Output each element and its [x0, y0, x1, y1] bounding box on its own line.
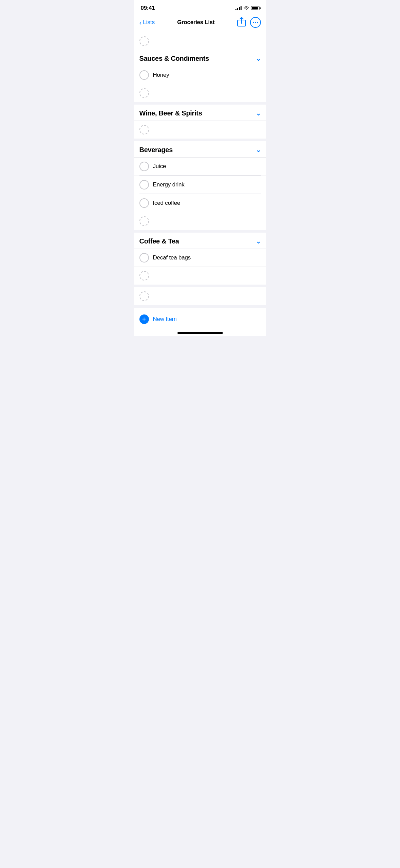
list-item: Honey: [134, 66, 266, 84]
iced-coffee-label: Iced coffee: [153, 200, 180, 206]
battery-icon: [251, 6, 260, 10]
sauces-header: Sauces & Condiments ⌄: [134, 50, 266, 66]
list-item: Decaf tea bags: [134, 249, 266, 267]
honey-checkbox[interactable]: [139, 70, 149, 80]
status-time: 09:41: [141, 5, 155, 12]
back-label: Lists: [143, 19, 155, 26]
beverages-header: Beverages ⌄: [134, 141, 266, 157]
list-item: Energy drink: [134, 176, 266, 194]
bottom-dashed-checkbox[interactable]: [139, 291, 149, 301]
coffee-tea-chevron-icon[interactable]: ⌄: [256, 238, 261, 245]
energy-drink-checkbox[interactable]: [139, 180, 149, 189]
iced-coffee-checkbox[interactable]: [139, 198, 149, 208]
home-indicator: [134, 329, 266, 336]
wine-chevron-icon[interactable]: ⌄: [256, 110, 261, 117]
wine-dashed-checkbox[interactable]: [139, 125, 149, 134]
sauces-chevron-icon[interactable]: ⌄: [256, 55, 261, 62]
wifi-icon: [244, 6, 249, 10]
sauces-empty-row: [134, 84, 266, 102]
beverages-empty-row: [134, 212, 266, 230]
beverages-title: Beverages: [139, 146, 173, 154]
back-chevron-icon: ‹: [139, 19, 142, 26]
energy-drink-label: Energy drink: [153, 181, 185, 188]
honey-label: Honey: [153, 72, 169, 78]
new-item-plus-icon: +: [139, 314, 149, 324]
decaf-tea-label: Decaf tea bags: [153, 254, 191, 261]
share-button[interactable]: [237, 17, 246, 28]
back-button[interactable]: ‹ Lists: [139, 19, 155, 26]
beverages-chevron-icon[interactable]: ⌄: [256, 146, 261, 154]
svg-point-1: [253, 22, 254, 23]
coffee-tea-section: Coffee & Tea ⌄ Decaf tea bags: [134, 233, 266, 285]
bottom-uncategorized-section: [134, 287, 266, 305]
more-button[interactable]: [250, 17, 261, 28]
coffee-tea-title: Coffee & Tea: [139, 237, 179, 245]
coffee-tea-header: Coffee & Tea ⌄: [134, 233, 266, 249]
nav-actions: [237, 17, 261, 28]
home-bar: [177, 332, 223, 334]
signal-icon: [235, 6, 242, 10]
status-icons: [235, 6, 260, 10]
list-item: Juice: [134, 157, 266, 175]
sauces-section: Sauces & Condiments ⌄ Honey: [134, 50, 266, 102]
uncategorized-top-checkbox[interactable]: [139, 36, 149, 46]
status-bar: 09:41: [134, 0, 266, 14]
coffee-tea-empty-row: [134, 267, 266, 285]
sauces-dashed-checkbox[interactable]: [139, 88, 149, 98]
juice-checkbox[interactable]: [139, 162, 149, 171]
uncategorized-top-section: [134, 32, 266, 50]
uncategorized-top-row: [134, 32, 266, 50]
bottom-uncategorized-row: [134, 287, 266, 305]
new-item-label: New Item: [153, 316, 177, 323]
juice-label: Juice: [153, 163, 166, 170]
nav-bar: ‹ Lists Groceries List: [134, 14, 266, 32]
wine-title: Wine, Beer & Spirits: [139, 109, 202, 117]
wine-section: Wine, Beer & Spirits ⌄: [134, 105, 266, 139]
footer-section: + New Item: [134, 308, 266, 329]
decaf-tea-checkbox[interactable]: [139, 253, 149, 263]
list-item: Iced coffee: [134, 194, 266, 212]
new-item-button[interactable]: + New Item: [139, 312, 177, 327]
wine-empty-row: [134, 121, 266, 139]
svg-point-3: [257, 22, 258, 23]
beverages-dashed-checkbox[interactable]: [139, 216, 149, 226]
page-title: Groceries List: [177, 19, 214, 26]
sauces-title: Sauces & Condiments: [139, 55, 209, 62]
content: Sauces & Condiments ⌄ Honey Wine, Beer &…: [134, 32, 266, 336]
wine-header: Wine, Beer & Spirits ⌄: [134, 105, 266, 121]
svg-point-2: [255, 22, 256, 23]
beverages-section: Beverages ⌄ Juice Energy drink Iced coff…: [134, 141, 266, 230]
coffee-tea-dashed-checkbox[interactable]: [139, 271, 149, 281]
